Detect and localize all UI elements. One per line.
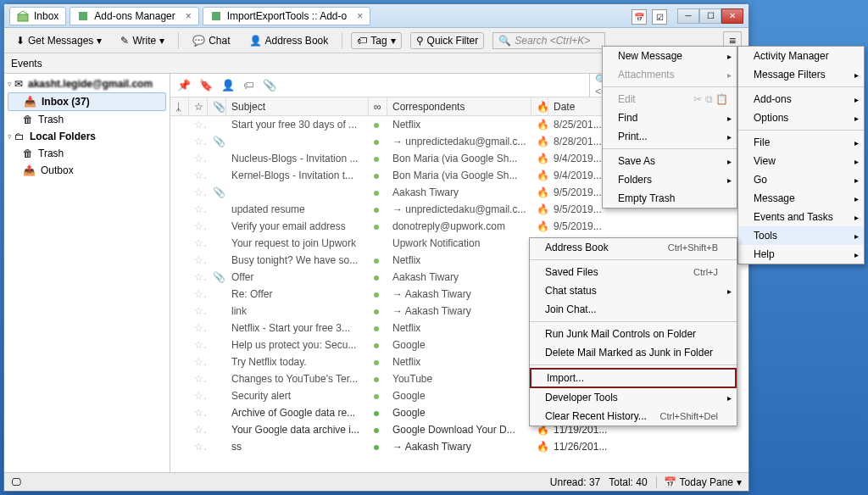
menu-label: Activity Manager (754, 50, 829, 62)
online-icon[interactable]: 🖵 (11, 476, 21, 488)
menu-item[interactable]: Delete Mail Marked as Junk in Folder (530, 343, 737, 362)
today-pane-button[interactable]: 📅 Today Pane ▾ (656, 476, 742, 488)
read-cell (369, 136, 387, 147)
star-icon[interactable]: ☆ (189, 170, 208, 181)
star-icon[interactable]: ☆ (189, 424, 208, 436)
star-icon[interactable]: ☆ (189, 153, 208, 164)
calendar-icon[interactable]: 📅 (632, 9, 647, 25)
chevron-down-icon[interactable]: ▿ (8, 80, 12, 88)
col-subject-label: Subject (231, 101, 265, 113)
tag-button[interactable]: 🏷 Tag ▾ (351, 32, 401, 49)
pin-icon[interactable]: 📌 (177, 79, 191, 92)
star-icon[interactable]: ☆ (189, 271, 208, 283)
col-star[interactable]: ☆ (189, 97, 208, 115)
chevron-right-icon: ▸ (854, 114, 859, 123)
tab-addons[interactable]: Add-ons Manager × (70, 7, 198, 25)
col-thread[interactable]: ᛣ (170, 97, 189, 115)
star-icon[interactable]: ☆ (189, 441, 208, 453)
col-junk[interactable]: 🔥 (531, 97, 548, 115)
menu-item[interactable]: View▸ (738, 152, 864, 170)
tab-close-icon[interactable]: × (357, 10, 363, 22)
star-icon[interactable]: ☆ (189, 373, 208, 385)
chevron-right-icon: ▸ (854, 231, 859, 241)
sidebar-item-outbox[interactable]: 📤 Outbox (4, 162, 170, 179)
chevron-right-icon: ▸ (727, 157, 732, 166)
chat-button[interactable]: 💬 Chat (187, 33, 235, 48)
menu-item[interactable]: Events and Tasks▸ (738, 208, 864, 226)
correspondents-cell: → unpredictedaku@gmail.c... (387, 203, 531, 215)
menu-item[interactable]: Join Chat... (530, 300, 737, 319)
close-button[interactable]: ✕ (721, 8, 743, 24)
sidebar-item-trash[interactable]: 🗑 Trash (4, 111, 170, 128)
menu-item[interactable]: Go▸ (738, 170, 864, 189)
get-messages-button[interactable]: ⬇ Get Messages ▾ (11, 33, 107, 48)
star-icon[interactable]: ☆ (189, 119, 208, 131)
star-icon[interactable]: ☆ (189, 305, 208, 317)
tab-importexport[interactable]: ImportExportTools :: Add-o × (203, 7, 370, 25)
shortcut-label: Ctrl+J (693, 267, 718, 277)
menu-item[interactable]: Run Junk Mail Controls on Folder (530, 325, 737, 343)
star-icon[interactable]: ☆ (189, 237, 208, 249)
star-icon[interactable]: ☆ (189, 339, 208, 351)
star-icon[interactable]: ☆ (189, 254, 208, 266)
maximize-button[interactable]: ☐ (699, 8, 721, 24)
menu-item[interactable]: Options▸ (738, 108, 864, 127)
menu-item[interactable]: Print...▸ (603, 127, 737, 146)
tab-inbox[interactable]: Inbox (9, 7, 66, 25)
menu-item[interactable]: Find▸ (603, 108, 737, 127)
account-row[interactable]: ▿ ✉ akasht.legide@gmail.com (4, 75, 170, 92)
star-icon[interactable]: ☆ (189, 407, 208, 419)
menu-item[interactable]: Empty Trash (603, 189, 737, 208)
menu-item[interactable]: Message▸ (738, 189, 864, 208)
col-read[interactable]: ∞ (369, 97, 387, 115)
message-row[interactable]: ☆ss→ Aakash Tiwary🔥11/26/201... (170, 438, 748, 455)
subject-cell: Offer (226, 271, 369, 283)
address-book-button[interactable]: 👤 Address Book (244, 33, 334, 48)
star-icon[interactable]: ☆ (189, 322, 208, 334)
menu-item[interactable]: Activity Manager (738, 47, 864, 65)
tasks-icon[interactable]: ☑ (652, 9, 667, 25)
menu-item[interactable]: Save As▸ (603, 152, 737, 170)
menu-item[interactable]: Help▸ (738, 245, 864, 264)
menu-item[interactable]: Folders▸ (603, 170, 737, 189)
menu-item[interactable]: Chat status▸ (530, 281, 737, 300)
star-icon[interactable]: ☆ (189, 186, 208, 198)
message-row[interactable]: ☆Verify your email addressdonotreply@upw… (170, 218, 748, 235)
star-icon[interactable]: ☆ (189, 288, 208, 300)
chevron-right-icon: ▸ (854, 250, 859, 259)
menu-item[interactable]: Clear Recent History...Ctrl+Shift+Del (530, 407, 737, 425)
attach-icon[interactable]: 📎 (263, 79, 276, 92)
col-subject[interactable]: Subject (226, 97, 369, 115)
menu-item[interactable]: Developer Tools▸ (530, 388, 737, 407)
menu-item[interactable]: Add-ons▸ (738, 90, 864, 108)
local-folders-row[interactable]: ▿ 🗀 Local Folders (4, 128, 170, 145)
menu-item[interactable]: Address BookCtrl+Shift+B (530, 238, 737, 257)
chevron-down-icon[interactable]: ▿ (8, 132, 12, 141)
person-icon[interactable]: 👤 (221, 79, 235, 92)
col-correspondents[interactable]: Correspondents (387, 97, 531, 115)
star-icon[interactable]: ☆ (189, 220, 208, 232)
minimize-button[interactable]: ─ (677, 8, 699, 24)
menu-item[interactable]: Import... (530, 368, 737, 388)
menu-item[interactable]: Message Filters▸ (738, 65, 864, 84)
tab-close-icon[interactable]: × (186, 10, 192, 22)
sidebar-item-lf-trash[interactable]: 🗑 Trash (4, 145, 170, 162)
chat-label: Chat (209, 35, 230, 47)
menu-label: Print... (618, 131, 648, 142)
menu-item[interactable]: Tools▸ (738, 226, 864, 245)
star-icon[interactable]: ☆ (189, 136, 208, 147)
search-input[interactable]: 🔍 Search <Ctrl+K> (492, 32, 605, 49)
menu-item[interactable]: New Message▸ (603, 47, 737, 65)
tag-icon[interactable]: 🏷 (243, 79, 254, 92)
star-icon[interactable]: ☆ (189, 356, 208, 368)
pencil-icon: ✎ (120, 35, 129, 47)
sidebar-item-inbox[interactable]: 📥 Inbox (37) (8, 92, 166, 111)
bookmark-icon[interactable]: 🔖 (199, 79, 213, 92)
star-icon[interactable]: ☆ (189, 390, 208, 402)
star-icon[interactable]: ☆ (189, 203, 208, 215)
write-button[interactable]: ✎ Write ▾ (115, 33, 170, 48)
menu-item[interactable]: File▸ (738, 133, 864, 152)
col-attach[interactable]: 📎 (208, 97, 226, 115)
quick-filter-button[interactable]: ⚲ Quick Filter (410, 32, 485, 49)
menu-item[interactable]: Saved FilesCtrl+J (530, 263, 737, 281)
